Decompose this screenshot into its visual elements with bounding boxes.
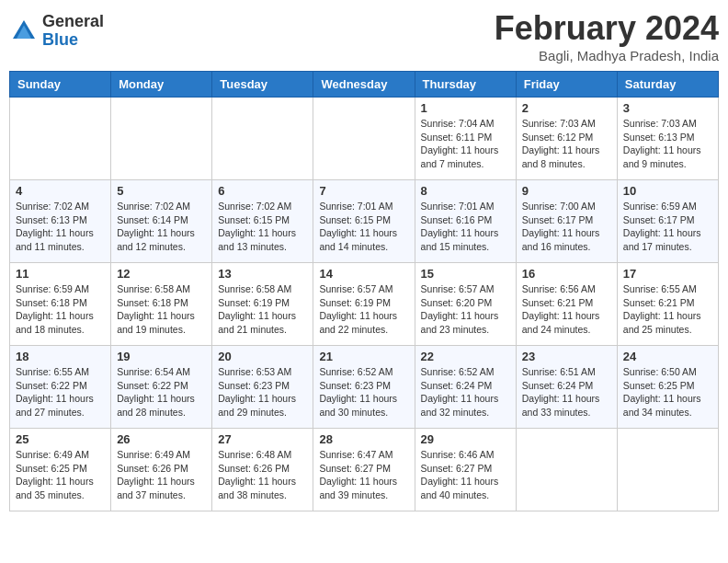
month-year: February 2024: [495, 9, 719, 48]
day-number: 15: [421, 267, 510, 281]
day-number: 3: [623, 101, 712, 115]
day-number: 12: [117, 267, 206, 281]
day-number: 6: [218, 184, 307, 198]
logo-icon: [9, 17, 39, 46]
day-number: 27: [218, 432, 307, 446]
day-info: Sunrise: 6:56 AM Sunset: 6:21 PM Dayligh…: [522, 282, 611, 337]
calendar-header-sunday: Sunday: [10, 72, 111, 98]
day-info: Sunrise: 7:00 AM Sunset: 6:17 PM Dayligh…: [522, 200, 611, 254]
day-number: 7: [319, 184, 408, 198]
day-number: 1: [421, 101, 510, 115]
calendar-cell: [111, 98, 212, 180]
day-info: Sunrise: 6:52 AM Sunset: 6:24 PM Dayligh…: [421, 365, 510, 419]
calendar-cell: 28Sunrise: 6:47 AM Sunset: 6:27 PM Dayli…: [313, 429, 415, 511]
day-number: 23: [522, 350, 611, 363]
logo-text: General Blue: [42, 13, 104, 50]
day-info: Sunrise: 6:51 AM Sunset: 6:24 PM Dayligh…: [522, 365, 611, 419]
calendar-cell: 8Sunrise: 7:01 AM Sunset: 6:16 PM Daylig…: [415, 180, 516, 263]
day-info: Sunrise: 6:47 AM Sunset: 6:27 PM Dayligh…: [319, 448, 408, 502]
calendar-cell: 17Sunrise: 6:55 AM Sunset: 6:21 PM Dayli…: [617, 263, 718, 346]
calendar-cell: 29Sunrise: 6:46 AM Sunset: 6:27 PM Dayli…: [415, 429, 516, 511]
calendar-table: SundayMondayTuesdayWednesdayThursdayFrid…: [9, 71, 719, 511]
calendar-header-monday: Monday: [111, 72, 212, 98]
calendar-cell: 6Sunrise: 7:02 AM Sunset: 6:15 PM Daylig…: [212, 180, 313, 263]
calendar-cell: 16Sunrise: 6:56 AM Sunset: 6:21 PM Dayli…: [516, 263, 617, 346]
day-number: 13: [218, 267, 307, 281]
day-number: 25: [16, 432, 105, 446]
day-info: Sunrise: 6:49 AM Sunset: 6:25 PM Dayligh…: [16, 448, 105, 502]
day-number: 29: [421, 432, 510, 446]
calendar-cell: 12Sunrise: 6:58 AM Sunset: 6:18 PM Dayli…: [111, 263, 212, 346]
day-info: Sunrise: 7:02 AM Sunset: 6:13 PM Dayligh…: [16, 200, 105, 254]
calendar-header-tuesday: Tuesday: [212, 72, 313, 98]
calendar-cell: 2Sunrise: 7:03 AM Sunset: 6:12 PM Daylig…: [516, 98, 617, 180]
calendar-cell: 9Sunrise: 7:00 AM Sunset: 6:17 PM Daylig…: [516, 180, 617, 263]
calendar-week-row: 25Sunrise: 6:49 AM Sunset: 6:25 PM Dayli…: [10, 429, 719, 511]
day-info: Sunrise: 7:02 AM Sunset: 6:15 PM Dayligh…: [218, 200, 307, 254]
calendar-cell: 26Sunrise: 6:49 AM Sunset: 6:26 PM Dayli…: [111, 429, 212, 511]
day-number: 5: [117, 184, 206, 198]
calendar-cell: 14Sunrise: 6:57 AM Sunset: 6:19 PM Dayli…: [313, 263, 415, 346]
day-info: Sunrise: 7:01 AM Sunset: 6:15 PM Dayligh…: [319, 200, 408, 254]
calendar-header-saturday: Saturday: [617, 72, 718, 98]
calendar-cell: 15Sunrise: 6:57 AM Sunset: 6:20 PM Dayli…: [415, 263, 516, 346]
calendar-cell: 23Sunrise: 6:51 AM Sunset: 6:24 PM Dayli…: [516, 346, 617, 429]
calendar-cell: [617, 429, 718, 511]
day-number: 24: [623, 350, 712, 363]
day-info: Sunrise: 6:59 AM Sunset: 6:17 PM Dayligh…: [623, 200, 712, 254]
day-info: Sunrise: 6:55 AM Sunset: 6:21 PM Dayligh…: [623, 282, 712, 337]
calendar-week-row: 18Sunrise: 6:55 AM Sunset: 6:22 PM Dayli…: [10, 346, 719, 429]
day-info: Sunrise: 6:55 AM Sunset: 6:22 PM Dayligh…: [16, 365, 105, 419]
calendar-cell: [10, 98, 111, 180]
calendar-header-thursday: Thursday: [415, 72, 516, 98]
calendar-cell: 25Sunrise: 6:49 AM Sunset: 6:25 PM Dayli…: [10, 429, 111, 511]
calendar-cell: 4Sunrise: 7:02 AM Sunset: 6:13 PM Daylig…: [10, 180, 111, 263]
page-header: General Blue February 2024 Bagli, Madhya…: [9, 9, 719, 63]
day-number: 20: [218, 350, 307, 363]
day-number: 18: [16, 350, 105, 363]
day-info: Sunrise: 6:59 AM Sunset: 6:18 PM Dayligh…: [16, 282, 105, 337]
day-number: 16: [522, 267, 611, 281]
calendar-header-wednesday: Wednesday: [313, 72, 415, 98]
calendar-cell: 10Sunrise: 6:59 AM Sunset: 6:17 PM Dayli…: [617, 180, 718, 263]
calendar-cell: 24Sunrise: 6:50 AM Sunset: 6:25 PM Dayli…: [617, 346, 718, 429]
calendar-cell: 22Sunrise: 6:52 AM Sunset: 6:24 PM Dayli…: [415, 346, 516, 429]
calendar-cell: 27Sunrise: 6:48 AM Sunset: 6:26 PM Dayli…: [212, 429, 313, 511]
title-area: February 2024 Bagli, Madhya Pradesh, Ind…: [495, 9, 719, 63]
day-number: 19: [117, 350, 206, 363]
day-number: 2: [522, 101, 611, 115]
day-number: 28: [319, 432, 408, 446]
calendar-week-row: 1Sunrise: 7:04 AM Sunset: 6:11 PM Daylig…: [10, 98, 719, 180]
calendar-cell: 18Sunrise: 6:55 AM Sunset: 6:22 PM Dayli…: [10, 346, 111, 429]
day-number: 14: [319, 267, 408, 281]
day-info: Sunrise: 7:03 AM Sunset: 6:13 PM Dayligh…: [623, 117, 712, 171]
calendar-cell: [516, 429, 617, 511]
day-number: 8: [421, 184, 510, 198]
logo: General Blue: [9, 13, 104, 50]
calendar-header-row: SundayMondayTuesdayWednesdayThursdayFrid…: [10, 72, 719, 98]
calendar-cell: 21Sunrise: 6:52 AM Sunset: 6:23 PM Dayli…: [313, 346, 415, 429]
day-number: 17: [623, 267, 712, 281]
day-info: Sunrise: 7:03 AM Sunset: 6:12 PM Dayligh…: [522, 117, 611, 171]
day-number: 21: [319, 350, 408, 363]
calendar-week-row: 4Sunrise: 7:02 AM Sunset: 6:13 PM Daylig…: [10, 180, 719, 263]
day-info: Sunrise: 6:53 AM Sunset: 6:23 PM Dayligh…: [218, 365, 307, 419]
day-info: Sunrise: 6:52 AM Sunset: 6:23 PM Dayligh…: [319, 365, 408, 419]
day-number: 11: [16, 267, 105, 281]
day-number: 9: [522, 184, 611, 198]
day-info: Sunrise: 6:48 AM Sunset: 6:26 PM Dayligh…: [218, 448, 307, 502]
calendar-cell: 13Sunrise: 6:58 AM Sunset: 6:19 PM Dayli…: [212, 263, 313, 346]
day-info: Sunrise: 6:58 AM Sunset: 6:18 PM Dayligh…: [117, 282, 206, 337]
day-info: Sunrise: 7:01 AM Sunset: 6:16 PM Dayligh…: [421, 200, 510, 254]
calendar-cell: 11Sunrise: 6:59 AM Sunset: 6:18 PM Dayli…: [10, 263, 111, 346]
calendar-cell: 1Sunrise: 7:04 AM Sunset: 6:11 PM Daylig…: [415, 98, 516, 180]
day-number: 4: [16, 184, 105, 198]
calendar-cell: [212, 98, 313, 180]
day-info: Sunrise: 6:50 AM Sunset: 6:25 PM Dayligh…: [623, 365, 712, 419]
logo-blue: Blue: [42, 31, 104, 50]
day-info: Sunrise: 6:58 AM Sunset: 6:19 PM Dayligh…: [218, 282, 307, 337]
day-number: 22: [421, 350, 510, 363]
day-info: Sunrise: 6:49 AM Sunset: 6:26 PM Dayligh…: [117, 448, 206, 502]
calendar-cell: 7Sunrise: 7:01 AM Sunset: 6:15 PM Daylig…: [313, 180, 415, 263]
day-info: Sunrise: 7:02 AM Sunset: 6:14 PM Dayligh…: [117, 200, 206, 254]
